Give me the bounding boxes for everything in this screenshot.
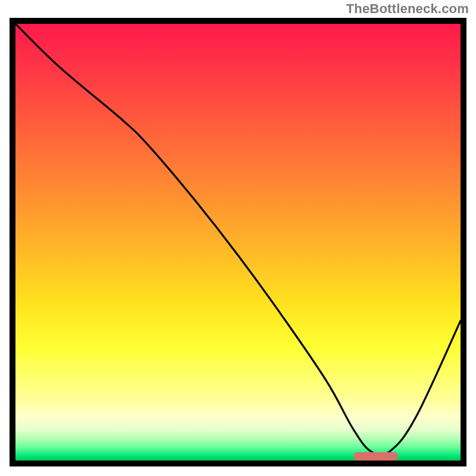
- chart-frame: [10, 18, 466, 466]
- optimal-range-marker: [353, 452, 398, 461]
- attribution-label: TheBottleneck.com: [346, 1, 469, 17]
- plot-area: [15, 24, 461, 461]
- curve-path: [15, 24, 461, 456]
- chart-container: TheBottleneck.com: [0, 0, 476, 476]
- bottleneck-curve: [15, 24, 461, 461]
